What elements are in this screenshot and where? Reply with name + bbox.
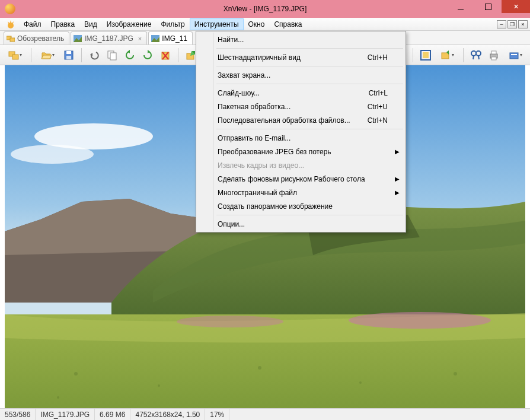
dropdown-item-label: Сделать фоновым рисунком Рабочего стола — [218, 175, 365, 183]
dropdown-shortcut: Ctrl+U — [368, 103, 388, 111]
svg-rect-14 — [110, 53, 116, 60]
tab-label: IMG_1187.JPG — [84, 34, 133, 43]
close-button[interactable] — [502, 0, 530, 13]
menu-window[interactable]: Окно — [244, 18, 270, 30]
svg-point-42 — [74, 372, 78, 376]
menu-filter[interactable]: Фильтр — [156, 18, 189, 30]
menu-edit[interactable]: Правка — [46, 18, 80, 30]
dropdown-item-label: Шестнадцатиричный вид — [218, 53, 301, 62]
status-filename: IMG_1179.JPG — [36, 409, 95, 420]
copy-button[interactable] — [104, 47, 120, 63]
dropdown-separator — [216, 84, 403, 84]
mdi-close-button[interactable]: × — [518, 20, 528, 28]
dropdown-item[interactable]: Последовательная обработка файлов...Ctrl… — [197, 113, 404, 127]
svg-rect-11 — [66, 56, 71, 59]
dropdown-separator — [216, 129, 403, 129]
svg-point-27 — [471, 51, 476, 56]
dropdown-separator — [216, 66, 403, 66]
menu-help[interactable]: Справка — [269, 18, 306, 30]
svg-rect-8 — [12, 55, 18, 59]
open-button[interactable]: ▾ — [36, 47, 59, 63]
svg-rect-34 — [510, 53, 518, 59]
dropdown-item[interactable]: Слайд-шоу...Ctrl+L — [197, 86, 404, 100]
dropdown-item[interactable]: Пакетная обработка...Ctrl+U — [197, 100, 404, 113]
undo-button[interactable] — [87, 47, 102, 63]
browser-button[interactable]: ▾ — [4, 47, 26, 63]
fullscreen-button[interactable] — [418, 47, 433, 63]
dropdown-item[interactable]: Сделать фоновым рисунком Рабочего стола▶ — [197, 172, 404, 186]
dropdown-item-label: Последовательная обработка файлов... — [218, 116, 350, 125]
minimize-button[interactable] — [447, 0, 474, 13]
statusbar: 553/586 IMG_1179.JPG 6.69 М6 4752x3168x2… — [0, 408, 530, 420]
menu-file[interactable]: Файл — [19, 18, 46, 30]
menu-tools[interactable]: Инструменты — [190, 18, 244, 30]
image-thumb-icon — [151, 35, 159, 42]
status-filesize: 6.69 М6 — [95, 409, 130, 420]
tab-close-icon[interactable]: × — [138, 35, 142, 42]
dropdown-item[interactable]: Шестнадцатиричный видCtrl+H — [197, 50, 404, 64]
slideshow-button[interactable]: ▾ — [436, 47, 458, 63]
svg-point-40 — [349, 312, 491, 329]
status-dimensions: 4752x3168x24, 1.50 — [130, 409, 205, 420]
window-controls — [447, 0, 530, 13]
svg-rect-32 — [491, 51, 496, 54]
svg-point-45 — [359, 381, 362, 384]
svg-point-46 — [454, 372, 457, 376]
dropdown-shortcut: Ctrl+L — [369, 89, 388, 97]
menu-view[interactable]: Вид — [79, 18, 102, 30]
dropdown-item[interactable]: Опции... — [197, 217, 404, 231]
rotate-left-button[interactable] — [122, 47, 138, 63]
dropdown-separator — [216, 215, 403, 215]
tab-label: IMG_11 — [162, 34, 187, 43]
tab-label: Обозреватель — [17, 34, 64, 43]
mdi-restore-button[interactable]: ❐ — [507, 20, 517, 28]
svg-rect-2 — [10, 38, 15, 42]
svg-rect-24 — [423, 52, 429, 58]
rotate-right-button[interactable] — [140, 47, 155, 63]
svg-line-29 — [473, 56, 474, 59]
dropdown-item-label: Создать панорамное изображение — [218, 202, 333, 211]
dropdown-item[interactable]: Создать панорамное изображение — [197, 199, 404, 213]
tab-image-2[interactable]: IMG_11 — [148, 31, 193, 44]
dropdown-item-label: Опции... — [218, 220, 245, 228]
titlebar: XnView - [IMG_1179.JPG] — [0, 0, 530, 18]
save-button[interactable] — [61, 47, 76, 63]
dropdown-item[interactable]: Преобразование JPEG без потерь▶ — [197, 145, 404, 158]
menubar: Файл Правка Вид Изображение Фильтр Инстр… — [0, 18, 530, 31]
svg-point-44 — [258, 366, 261, 370]
menu-image[interactable]: Изображение — [102, 18, 157, 30]
svg-point-41 — [177, 316, 283, 327]
folder-tree-icon — [7, 35, 15, 42]
dropdown-item[interactable]: Захват экрана... — [197, 68, 404, 82]
mdi-minimize-button[interactable]: – — [497, 20, 506, 28]
find-button[interactable] — [468, 47, 484, 63]
app-menubar-icon — [6, 20, 15, 29]
svg-rect-25 — [442, 53, 449, 59]
svg-point-38 — [11, 145, 94, 164]
dropdown-item-label: Пакетная обработка... — [218, 103, 290, 111]
tab-image-1[interactable]: IMG_1187.JPG × — [71, 31, 147, 44]
scan-button[interactable]: ▾ — [504, 47, 526, 63]
delete-button[interactable] — [158, 47, 173, 63]
image-thumb-icon — [74, 35, 82, 42]
dropdown-item-label: Извлечь кадры из видео... — [218, 161, 304, 170]
dropdown-shortcut: Ctrl+H — [368, 53, 388, 62]
submenu-arrow-icon: ▶ — [395, 176, 400, 182]
dropdown-item[interactable]: Отправить по E-mail... — [197, 131, 404, 145]
tab-browser[interactable]: Обозреватель — [4, 31, 69, 44]
dropdown-item[interactable]: Многостраничный файл▶ — [197, 186, 404, 199]
svg-rect-33 — [491, 57, 496, 60]
dropdown-item-label: Многостраничный файл — [218, 189, 297, 197]
status-index: 553/586 — [0, 409, 36, 420]
svg-rect-10 — [66, 51, 71, 54]
app-icon — [5, 4, 15, 14]
dropdown-item[interactable]: Найти... — [197, 33, 404, 46]
dropdown-item-label: Найти... — [218, 36, 244, 44]
dropdown-shortcut: Ctrl+N — [368, 116, 388, 125]
maximize-button[interactable] — [474, 0, 502, 13]
dropdown-item-label: Слайд-шоу... — [218, 89, 260, 97]
tools-dropdown: Найти...Шестнадцатиричный видCtrl+HЗахва… — [196, 31, 406, 233]
dropdown-item-label: Отправить по E-mail... — [218, 134, 290, 142]
svg-line-30 — [478, 56, 479, 59]
print-button[interactable] — [486, 47, 502, 63]
